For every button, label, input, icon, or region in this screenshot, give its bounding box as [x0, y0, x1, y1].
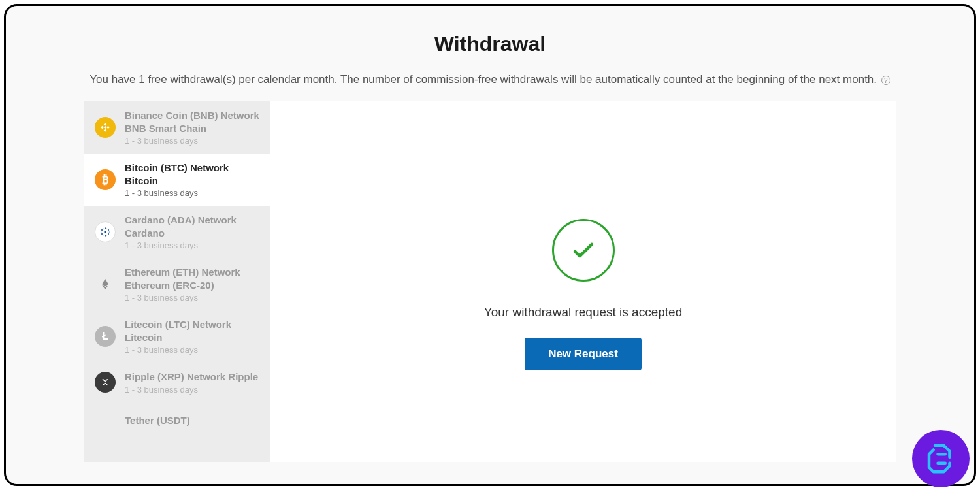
- svg-point-5: [101, 233, 103, 235]
- svg-point-2: [105, 235, 106, 237]
- coin-name: Litecoin (LTC) Network Litecoin: [125, 318, 260, 344]
- page-subtitle: You have 1 free withdrawal(s) per calend…: [84, 71, 896, 88]
- coin-name: Bitcoin (BTC) Network Bitcoin: [125, 161, 260, 187]
- ada-icon: [95, 221, 116, 242]
- coin-time: 1 - 3 business days: [125, 188, 260, 198]
- success-check-icon: [552, 219, 615, 282]
- coin-name: Ethereum (ETH) Network Ethereum (ERC-20): [125, 266, 260, 291]
- coin-name: Cardano (ADA) Network Cardano: [125, 214, 260, 239]
- btc-icon: ₿: [95, 169, 116, 190]
- coin-item-bnb[interactable]: Binance Coin (BNB) Network BNB Smart Cha…: [84, 101, 270, 154]
- eth-icon: [95, 274, 116, 295]
- svg-point-7: [103, 229, 104, 229]
- svg-point-0: [104, 231, 106, 233]
- coin-item-ltc[interactable]: Ł Litecoin (LTC) Network Litecoin 1 - 3 …: [84, 310, 270, 363]
- coin-item-ada[interactable]: Cardano (ADA) Network Cardano 1 - 3 busi…: [84, 206, 270, 258]
- ltc-icon: Ł: [95, 326, 116, 347]
- coin-item-btc[interactable]: ₿ Bitcoin (BTC) Network Bitcoin 1 - 3 bu…: [84, 154, 270, 206]
- coin-name: Binance Coin (BNB) Network BNB Smart Cha…: [125, 109, 260, 135]
- coin-time: 1 - 3 business days: [125, 385, 260, 395]
- svg-point-11: [101, 232, 101, 233]
- brand-logo-badge: [912, 430, 970, 487]
- coin-item-xrp[interactable]: Ripple (XRP) Network Ripple 1 - 3 busine…: [84, 363, 270, 402]
- coin-time: 1 - 3 business days: [125, 240, 260, 250]
- status-message: Your withdrawal request is accepted: [484, 305, 682, 319]
- withdrawal-result-panel: Your withdrawal request is accepted New …: [270, 101, 896, 462]
- svg-point-12: [109, 232, 110, 233]
- new-request-button[interactable]: New Request: [525, 338, 642, 370]
- usdt-icon: [95, 410, 116, 431]
- coin-item-usdt[interactable]: Tether (USDT): [84, 402, 270, 431]
- svg-point-9: [103, 235, 104, 235]
- svg-point-4: [108, 229, 109, 231]
- coin-time: 1 - 3 business days: [125, 293, 260, 302]
- svg-point-10: [106, 235, 107, 235]
- coin-time: 1 - 3 business days: [125, 345, 260, 355]
- bnb-icon: [95, 117, 116, 138]
- coin-time: 1 - 3 business days: [125, 136, 260, 146]
- help-icon[interactable]: ?: [881, 76, 890, 85]
- xrp-icon: [95, 372, 116, 393]
- svg-point-3: [101, 229, 103, 231]
- crypto-methods-list[interactable]: Binance Coin (BNB) Network BNB Smart Cha…: [84, 101, 270, 462]
- svg-point-6: [108, 233, 109, 235]
- svg-point-8: [106, 229, 107, 229]
- coin-name: Tether (USDT): [125, 414, 260, 427]
- coin-item-eth[interactable]: Ethereum (ETH) Network Ethereum (ERC-20)…: [84, 258, 270, 310]
- page-title: Withdrawal: [84, 32, 896, 56]
- svg-point-1: [105, 227, 106, 229]
- coin-name: Ripple (XRP) Network Ripple: [125, 370, 260, 384]
